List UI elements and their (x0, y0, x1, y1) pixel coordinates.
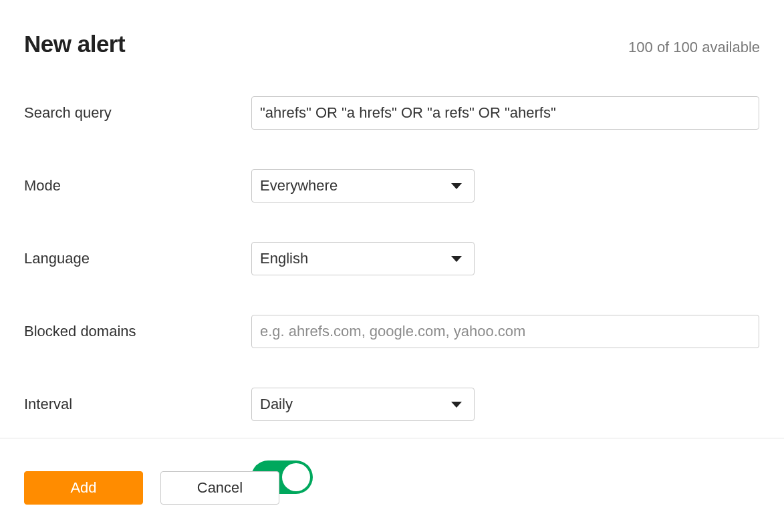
chevron-down-icon (451, 183, 462, 189)
mode-label: Mode (24, 177, 251, 194)
interval-select-value: Daily (260, 396, 293, 413)
mode-select[interactable]: Everywhere (251, 169, 475, 203)
cancel-button[interactable]: Cancel (160, 471, 279, 505)
interval-label: Interval (24, 396, 251, 413)
blocked-domains-label: Blocked domains (24, 323, 251, 340)
mode-select-value: Everywhere (260, 177, 338, 194)
interval-select[interactable]: Daily (251, 388, 475, 421)
page-title: New alert (24, 31, 125, 57)
alert-counter: 100 of 100 available (628, 39, 760, 56)
add-button[interactable]: Add (24, 471, 143, 505)
alert-form: Search query Mode Everywhere Language En… (24, 96, 760, 494)
language-select[interactable]: English (251, 242, 475, 275)
search-query-label: Search query (24, 104, 251, 122)
language-select-value: English (260, 250, 308, 267)
toggle-knob (282, 463, 310, 491)
chevron-down-icon (451, 402, 462, 408)
search-query-input[interactable] (251, 96, 759, 130)
divider (0, 438, 784, 438)
language-label: Language (24, 250, 251, 267)
blocked-domains-input[interactable] (251, 315, 759, 348)
chevron-down-icon (451, 256, 462, 262)
